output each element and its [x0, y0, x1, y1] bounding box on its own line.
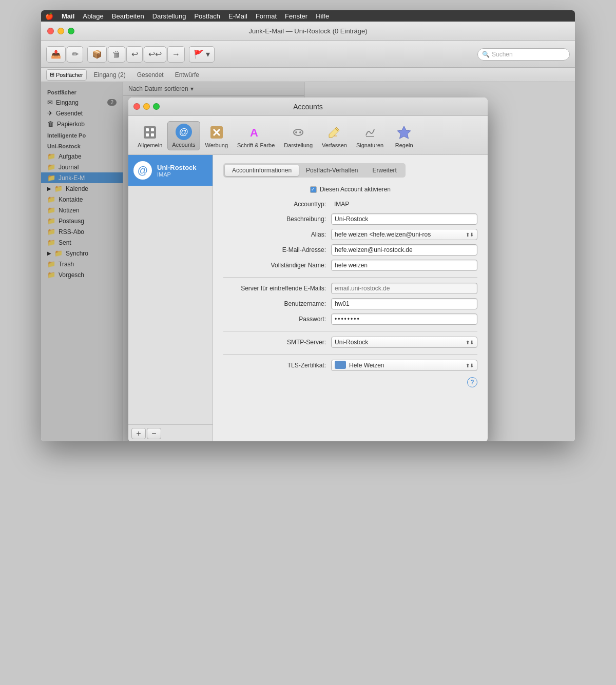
tool-accounts-label: Accounts: [172, 142, 195, 148]
account-item-unirostock[interactable]: @ Uni-Rostock IMAP: [128, 155, 213, 186]
activate-checkbox[interactable]: ✓: [310, 186, 317, 193]
remove-account-button[interactable]: −: [147, 428, 161, 439]
tool-verfassen-label: Verfassen: [322, 142, 347, 148]
sidebar-toggle[interactable]: ⊞ Postfächer: [46, 69, 87, 81]
tab-accountinfo[interactable]: Accountinformationen: [225, 165, 299, 176]
tab-gesendet[interactable]: Gesendet: [133, 70, 168, 80]
smtp-select[interactable]: Uni-Rostock ⬆⬇: [331, 337, 477, 348]
tool-signaturen[interactable]: Signaturen: [352, 122, 388, 150]
password-row: Passwort:: [223, 314, 477, 325]
sidebar-icon: ⊞: [50, 71, 54, 78]
tab-erweitert[interactable]: Erweitert: [365, 165, 403, 176]
alias-label: Alias:: [223, 231, 326, 238]
menu-darstellung[interactable]: Darstellung: [152, 12, 186, 20]
dialog-overlay: Accounts: [41, 82, 575, 441]
tool-schrift[interactable]: A A Schri: [233, 122, 279, 150]
fullname-row: Vollständiger Name:: [223, 260, 477, 271]
password-label: Passwort:: [223, 316, 326, 323]
alias-arrow-icon: ⬆⬇: [466, 232, 474, 238]
archive-button[interactable]: 📦: [87, 46, 107, 63]
menu-bearbeiten[interactable]: Bearbeiten: [112, 12, 144, 20]
account-avatar: @: [133, 161, 152, 180]
verfassen-icon: [326, 124, 342, 141]
account-info: Uni-Rostock IMAP: [157, 164, 197, 178]
allgemein-icon: [142, 124, 158, 141]
account-list-footer: + −: [128, 424, 213, 441]
window-title: Junk-E-Mail — Uni-Rostock (0 Einträge): [248, 27, 367, 35]
fullname-input[interactable]: [331, 260, 477, 271]
alias-value: hefe weizen <hefe.weizen@uni-ros: [335, 231, 431, 238]
reply-all-button[interactable]: ↩↩: [144, 46, 166, 63]
close-button[interactable]: [47, 28, 54, 34]
tool-accounts[interactable]: @ Accounts: [167, 121, 200, 150]
activate-label: Diesen Account aktivieren: [320, 186, 391, 193]
form-section-tls: TLS-Zertifikat: Hefe Weizen ⬆⬇: [223, 360, 477, 371]
compose-button[interactable]: ✏: [67, 46, 83, 63]
password-input[interactable]: [331, 314, 477, 325]
account-type-label: Accounttyp:: [223, 201, 326, 208]
smtp-row: SMTP-Server: Uni-Rostock ⬆⬇: [223, 337, 477, 348]
incoming-server-label: Server für eintreffende E-Mails:: [223, 285, 326, 292]
tls-select[interactable]: Hefe Weizen ⬆⬇: [331, 360, 477, 371]
account-details: Accountinformationen Postfach-Verhalten …: [213, 155, 488, 441]
tool-allgemein-label: Allgemein: [138, 142, 162, 148]
dialog-close-button[interactable]: [133, 103, 140, 110]
dialog-titlebar: Accounts: [128, 97, 488, 116]
reply-button[interactable]: ↩: [126, 46, 143, 63]
tls-label: TLS-Zertifikat:: [223, 362, 326, 369]
forward-button[interactable]: →: [167, 46, 185, 63]
svg-marker-16: [397, 126, 411, 139]
description-input[interactable]: [331, 213, 477, 225]
username-input[interactable]: [331, 298, 477, 309]
menu-hilfe[interactable]: Hilfe: [316, 12, 329, 20]
alias-select[interactable]: hefe weizen <hefe.weizen@uni-ros ⬆⬇: [331, 229, 477, 240]
tab-eingang[interactable]: Eingang (2): [90, 70, 130, 80]
window-controls: [47, 28, 74, 34]
tool-werbung[interactable]: Werbung: [201, 122, 232, 150]
account-type-value: IMAP: [331, 199, 477, 209]
account-name: Uni-Rostock: [157, 164, 197, 171]
tool-regeln[interactable]: Regeln: [389, 122, 419, 150]
dialog-minimize-button[interactable]: [143, 103, 150, 110]
tool-allgemein[interactable]: Allgemein: [133, 122, 166, 150]
app-window: 🍎 Mail Ablage Bearbeiten Darstellung Pos…: [41, 10, 575, 441]
tab-entwuerfe[interactable]: Entwürfe: [171, 70, 203, 80]
get-mail-button[interactable]: 📥: [46, 46, 66, 63]
username-label: Benutzername:: [223, 300, 326, 307]
menu-mail[interactable]: Mail: [62, 12, 74, 20]
add-account-button[interactable]: +: [131, 428, 146, 439]
menu-format[interactable]: Format: [256, 12, 277, 20]
dialog-window-controls: [133, 103, 160, 110]
help-button[interactable]: ?: [467, 377, 477, 387]
flag-button[interactable]: 🚩 ▾: [189, 46, 215, 63]
menu-email[interactable]: E-Mail: [228, 12, 247, 20]
tls-row: TLS-Zertifikat: Hefe Weizen ⬆⬇: [223, 360, 477, 371]
maximize-button[interactable]: [68, 28, 74, 34]
tab-postfach-verhalten[interactable]: Postfach-Verhalten: [299, 165, 365, 176]
form-divider-2: [223, 331, 477, 331]
email-input[interactable]: [331, 244, 477, 256]
detail-tabs: Accountinformationen Postfach-Verhalten …: [223, 163, 406, 178]
incoming-server-input[interactable]: [331, 283, 477, 294]
search-box[interactable]: 🔍 Suchen: [477, 48, 570, 61]
werbung-icon: [208, 124, 225, 141]
search-icon: 🔍: [482, 51, 490, 58]
tool-werbung-label: Werbung: [205, 142, 228, 148]
tls-arrow-icon: ⬆⬇: [466, 363, 474, 368]
delete-button[interactable]: 🗑: [108, 46, 125, 63]
signaturen-icon: [362, 124, 378, 141]
toolbar: 📥 ✏ 📦 🗑 ↩ ↩↩ → 🚩 ▾ 🔍 Suchen: [41, 41, 575, 68]
tls-cert-icon: [335, 361, 349, 370]
description-label: Beschreibung:: [223, 216, 326, 223]
menu-fenster[interactable]: Fenster: [285, 12, 307, 20]
minimize-button[interactable]: [57, 28, 64, 34]
svg-text:A: A: [250, 126, 258, 139]
menu-postfach[interactable]: Postfach: [194, 12, 220, 20]
tool-verfassen[interactable]: Verfassen: [318, 122, 351, 150]
form-divider-3: [223, 354, 477, 355]
menu-ablage[interactable]: Ablage: [83, 12, 103, 20]
tool-darstellung[interactable]: Darstellung: [280, 122, 317, 150]
apple-menu[interactable]: 🍎: [45, 12, 53, 20]
svg-rect-4: [151, 133, 154, 136]
dialog-maximize-button[interactable]: [153, 103, 160, 110]
